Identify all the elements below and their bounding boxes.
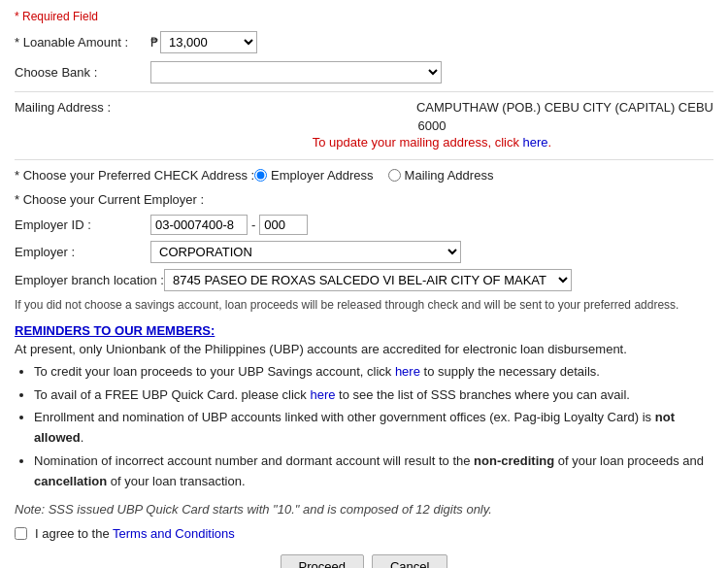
agree-row: I agree to the Terms and Conditions [15, 526, 713, 541]
cancel-button[interactable]: Cancel [372, 554, 447, 568]
mailing-here-link[interactable]: here [523, 135, 548, 150]
mailing-address-value: CAMPUTHAW (POB.) CEBU CITY (CAPITAL) CEB… [150, 100, 713, 115]
reminder-2-after: to see the list of SSS branches where yo… [335, 387, 630, 402]
reminder-1-link[interactable]: here [395, 364, 420, 379]
employer-id-suffix-input[interactable] [259, 215, 308, 235]
update-period: . [548, 135, 552, 150]
mailing-address-radio-label: Mailing Address [405, 168, 494, 183]
agree-text: I agree to the [35, 526, 113, 541]
employer-id-dash: - [251, 217, 255, 232]
required-field-label: * Required Field [15, 10, 713, 23]
check-address-row: * Choose your Preferred CHECK Address : … [15, 168, 713, 183]
employer-address-radio[interactable] [254, 169, 267, 182]
reminders-list: To credit your loan proceeds to your UBP… [15, 362, 713, 492]
mailing-address-radio[interactable] [388, 169, 401, 182]
employer-row: Employer : CORPORATION [15, 241, 713, 263]
employer-select[interactable]: CORPORATION [150, 241, 461, 263]
employer-id-label: Employer ID : [15, 217, 150, 232]
choose-bank-row: Choose Bank : [15, 61, 713, 84]
reminder-4-middle: of your loan proceeds and [554, 453, 704, 468]
list-item: To avail of a FREE UBP Quick Card. pleas… [34, 385, 713, 406]
mailing-address-option[interactable]: Mailing Address [388, 168, 494, 183]
button-row: Proceed Cancel [15, 554, 713, 568]
reminder-1-before: To credit your loan proceeds to your UBP… [34, 364, 395, 379]
mailing-address-row: Mailing Address : CAMPUTHAW (POB.) CEBU … [15, 100, 713, 115]
terms-conditions-link[interactable]: Terms and Conditions [113, 526, 235, 541]
reminders-title: REMINDERS TO OUR MEMBERS: [15, 323, 713, 338]
agree-label: I agree to the Terms and Conditions [35, 526, 235, 541]
savings-note: If you did not choose a savings account,… [15, 297, 713, 314]
reminders-section: REMINDERS TO OUR MEMBERS: At present, on… [15, 323, 713, 492]
reminder-1-after: to supply the necessary details. [420, 364, 600, 379]
check-address-label: * Choose your Preferred CHECK Address : [15, 168, 254, 183]
reminder-4-bold2: cancellation [34, 474, 107, 488]
reminder-3-text: Enrollment and nomination of UBP account… [34, 410, 655, 424]
choose-bank-label: Choose Bank : [15, 65, 150, 80]
list-item: Nomination of incorrect account number a… [34, 451, 713, 492]
list-item: To credit your loan proceeds to your UBP… [34, 362, 713, 383]
employer-branch-select[interactable]: 8745 PASEO DE ROXAS SALCEDO VI BEL-AIR C… [164, 269, 572, 291]
update-mailing-link: To update your mailing address, click he… [150, 135, 713, 150]
employer-address-option[interactable]: Employer Address [254, 168, 374, 183]
peso-sign: ₱ [150, 35, 158, 50]
list-item: Enrollment and nomination of UBP account… [34, 408, 713, 449]
update-mailing-text: To update your mailing address, click [313, 135, 523, 150]
check-address-radio-group: Employer Address Mailing Address [254, 168, 493, 183]
employer-address-label: Employer Address [271, 168, 374, 183]
divider-1 [15, 91, 713, 92]
reminder-4-bold1: non-crediting [474, 453, 554, 468]
reminder-3-period: . [81, 430, 84, 445]
reminder-2-link[interactable]: here [310, 387, 335, 402]
current-employer-title: * Choose your Current Employer : [15, 192, 713, 207]
employer-id-input[interactable] [150, 215, 248, 235]
employer-label: Employer : [15, 245, 150, 259]
reminder-4-after: of your loan transaction. [107, 474, 245, 488]
agree-checkbox[interactable] [15, 527, 27, 540]
employer-branch-row: Employer branch location : 8745 PASEO DE… [15, 269, 713, 291]
reminder-2-before: To avail of a FREE UBP Quick Card. pleas… [34, 387, 310, 402]
loanable-amount-label: * Loanable Amount : [15, 35, 150, 50]
proceed-button[interactable]: Proceed [281, 554, 364, 568]
note-italic: Note: SSS issued UBP Quick Card starts w… [15, 502, 713, 517]
employer-branch-label: Employer branch location : [15, 273, 164, 287]
divider-2 [15, 159, 713, 160]
choose-bank-select[interactable] [150, 61, 442, 84]
employer-id-row: Employer ID : - [15, 215, 713, 235]
loanable-amount-row: * Loanable Amount : ₱ 13,000 15,000 20,0… [15, 31, 713, 53]
reminders-intro: At present, only Unionbank of the Philip… [15, 342, 713, 356]
mailing-address-label: Mailing Address : [15, 100, 150, 115]
employer-id-inputs: - [150, 215, 308, 235]
loanable-amount-select[interactable]: 13,000 15,000 20,000 25,000 30,000 [160, 31, 257, 53]
zip-code: 6000 [150, 118, 713, 133]
reminder-4-before: Nomination of incorrect account number a… [34, 453, 474, 468]
